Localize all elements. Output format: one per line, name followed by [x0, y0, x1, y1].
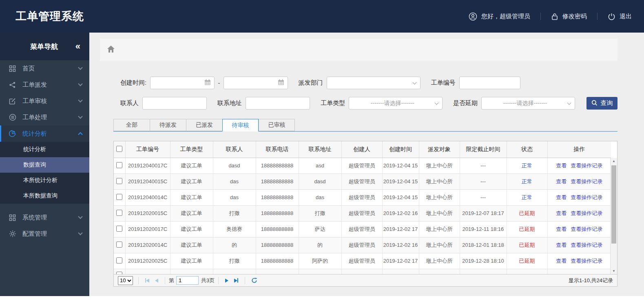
view-link[interactable]: 查看 — [556, 178, 567, 184]
sidebar-item-system[interactable]: 系统管理 — [0, 209, 89, 226]
col-deadline: 限定截止时间 — [460, 141, 507, 158]
cell-empty — [213, 269, 256, 274]
row-checkbox[interactable] — [116, 257, 122, 263]
tab-reviewed[interactable]: 已审核 — [259, 119, 295, 131]
cell-creator: 超级管理员 — [341, 221, 382, 237]
header-right: 您好，超级管理员 修改密码 退出 — [469, 12, 632, 21]
change-password-button[interactable]: 修改密码 — [551, 13, 587, 20]
delay-select[interactable]: -------请选择------- — [481, 97, 575, 110]
view-log-link[interactable]: 查看操作记录 — [571, 162, 602, 169]
department-select[interactable] — [327, 77, 420, 89]
table-row-partial — [114, 269, 611, 274]
submenu-item-data-query[interactable]: 数据查询 — [0, 157, 89, 173]
vertical-scrollbar[interactable]: ▲ ▼ — [610, 158, 617, 274]
view-log-link[interactable]: 查看操作记录 — [571, 178, 602, 184]
pager-divider — [165, 277, 165, 284]
address-label: 联系地址 — [217, 99, 242, 107]
work-order-grid: 工单编号 工单类型 联系人 联系电话 联系地址 创建人 创建时间 派发对象 限定… — [113, 141, 617, 287]
edit-icon — [9, 98, 17, 105]
view-log-link[interactable]: 查看操作记录 — [571, 258, 602, 264]
search-button[interactable]: 查询 — [586, 97, 617, 110]
first-page-button[interactable] — [145, 278, 149, 283]
cell-empty — [382, 269, 419, 274]
scroll-up-icon[interactable]: ▲ — [611, 159, 617, 163]
row-checkbox[interactable] — [116, 194, 122, 200]
sidebar-header: 菜单导航 « — [0, 33, 89, 60]
type-select[interactable]: -------请选择------- — [349, 97, 443, 110]
view-link[interactable]: 查看 — [556, 242, 567, 248]
cell-empty — [299, 269, 341, 274]
delay-label: 是否延期 — [453, 99, 478, 107]
next-page-button[interactable] — [225, 279, 228, 283]
view-link[interactable]: 查看 — [556, 258, 567, 264]
status-badge: 已延期 — [519, 210, 535, 216]
submenu-item-statistics[interactable]: 统计分析 — [0, 142, 89, 157]
view-log-link[interactable]: 查看操作记录 — [571, 226, 602, 232]
order-no-input[interactable] — [459, 77, 520, 89]
create-time-end-input[interactable] — [224, 77, 288, 89]
cell-contact: das — [213, 173, 256, 189]
submenu-item-local-statistics[interactable]: 本所统计分析 — [0, 173, 89, 188]
address-input[interactable] — [246, 97, 310, 110]
tab-all[interactable]: 全部 — [113, 119, 150, 131]
view-log-link[interactable]: 查看操作记录 — [571, 242, 602, 248]
scrollbar-thumb[interactable] — [611, 165, 616, 244]
statistics-submenu: 统计分析 数据查询 本所统计分析 本所数据查询 — [0, 142, 89, 204]
cell-target: 墩上中心所 — [419, 205, 460, 221]
page-size-select[interactable]: 10 — [118, 276, 133, 285]
contact-input[interactable] — [142, 97, 207, 110]
chevron-up-icon — [78, 132, 82, 136]
header-divider — [597, 13, 598, 20]
current-page-input[interactable] — [176, 276, 199, 285]
view-link[interactable]: 查看 — [556, 194, 567, 200]
sidebar-item-review[interactable]: 工单审核 — [0, 93, 89, 109]
sidebar-item-dispatch[interactable]: 工单派发 — [0, 77, 89, 93]
tab-to-dispatch[interactable]: 待派发 — [150, 119, 186, 131]
row-checkbox[interactable] — [116, 162, 122, 168]
status-tabs: 全部 待派发 已派发 待审核 已审核 — [113, 119, 617, 132]
cell-deadline: 2019-12-28 18:10 — [460, 253, 507, 269]
prev-page-button[interactable] — [155, 279, 158, 283]
last-page-button[interactable] — [234, 278, 238, 283]
col-order-no: 工单编号 — [125, 141, 170, 158]
view-link[interactable]: 查看 — [556, 226, 567, 232]
status-badge: 正常 — [522, 178, 532, 184]
view-log-link[interactable]: 查看操作记录 — [571, 194, 602, 200]
sidebar-item-home[interactable]: 首页 — [0, 60, 89, 77]
submenu-item-local-data-query[interactable]: 本所数据查询 — [0, 188, 89, 204]
home-icon[interactable] — [107, 45, 115, 55]
refresh-icon[interactable] — [251, 277, 257, 283]
collapse-sidebar-icon[interactable]: « — [75, 42, 80, 51]
col-creator: 创建人 — [341, 141, 382, 158]
table-row: 201912020015C建议工单打撒18888888888打撒超级管理员201… — [114, 205, 611, 221]
row-checkbox[interactable] — [116, 178, 122, 184]
view-link[interactable]: 查看 — [556, 162, 567, 169]
type-label: 工单类型 — [321, 99, 345, 107]
row-checkbox[interactable] — [116, 226, 122, 232]
view-link[interactable]: 查看 — [556, 210, 567, 216]
sidebar-item-config[interactable]: 配置管理 — [0, 226, 89, 242]
scroll-down-icon[interactable]: ▼ — [611, 269, 617, 273]
select-all-checkbox[interactable] — [116, 146, 122, 152]
cell-empty — [125, 269, 170, 274]
cell-deadline: --- — [460, 158, 507, 173]
tab-to-review[interactable]: 待审核 — [222, 119, 259, 132]
cell-creator: 超级管理员 — [341, 173, 382, 189]
table-header-row: 工单编号 工单类型 联系人 联系电话 联系地址 创建人 创建时间 派发对象 限定… — [114, 141, 611, 158]
sidebar-item-process[interactable]: 工单处理 — [0, 109, 89, 125]
cell-phone: 18888888888 — [256, 173, 299, 189]
row-checkbox[interactable] — [116, 242, 122, 248]
tab-dispatched[interactable]: 已派发 — [186, 119, 222, 131]
row-checkbox[interactable] — [116, 272, 122, 274]
sidebar-item-label: 系统管理 — [22, 214, 47, 222]
create-time-start-input[interactable] — [150, 77, 215, 89]
user-greeting[interactable]: 您好，超级管理员 — [469, 12, 530, 21]
cell-actions: 查看查看操作记录 — [547, 173, 611, 189]
logout-button[interactable]: 退出 — [608, 13, 632, 20]
view-log-link[interactable]: 查看操作记录 — [571, 210, 602, 216]
cell-phone: 18888888888 — [256, 237, 299, 253]
cell-empty — [460, 269, 507, 274]
sidebar-item-statistics[interactable]: 统计分析 — [0, 125, 89, 142]
row-checkbox[interactable] — [116, 210, 122, 216]
cell-order-no: 201912040015C — [125, 173, 170, 189]
